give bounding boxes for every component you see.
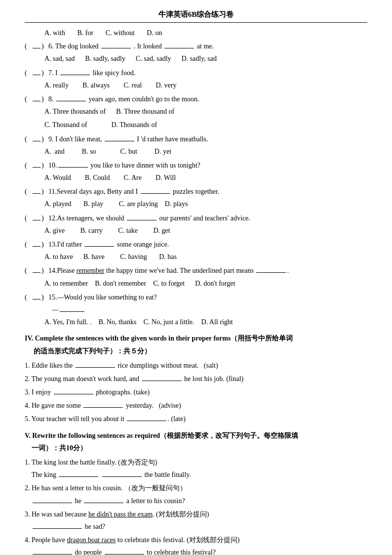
- fill-item-2: 2. The young man doesn't work hard, and …: [25, 373, 367, 385]
- rewrite-4: 4. People have dragon boat races to cele…: [25, 534, 367, 555]
- section-4-title: IV. Complete the sentences with the give…: [25, 332, 367, 357]
- question-12: () 12.As teenagers, we should our parent…: [25, 212, 367, 237]
- fill-item-4: 4. He gave me some yesterday. (advise): [25, 399, 367, 412]
- page-title: 牛津英语6B综合练习卷: [25, 10, 367, 23]
- question-8: () 8. years ago, men couldn't go to the …: [25, 93, 367, 131]
- rewrite-1: 1. The king lost the battle finally. (改为…: [25, 456, 367, 481]
- section-5-title: V. Rewrite the following sentences as re…: [25, 429, 367, 454]
- question-14: () 14.Please remember the happy time we'…: [25, 264, 367, 289]
- prev-options: A. with B. for C. without D. on: [44, 27, 367, 39]
- question-13: () 13.I'd rather some orange juice. A. t…: [25, 238, 367, 263]
- question-6: () 6. The dog looked . It looked at me. …: [25, 40, 367, 65]
- fill-item-5: 5. Your teacher will tell you about it .…: [25, 413, 367, 425]
- fill-item-3: 3. I enjoy photographs. (take): [25, 386, 367, 398]
- fill-item-1: 1. Eddie likes the rice dumplings withou…: [25, 359, 367, 372]
- question-11: () 11.Several days ago, Betty and I puzz…: [25, 185, 367, 210]
- question-9: () 9. I don't like meat, I 'd rather hav…: [25, 133, 367, 158]
- rewrite-2: 2. He has sent a letter to his cousin. （…: [25, 482, 367, 507]
- rewrite-3: 3. He was sad because he didn't pass the…: [25, 508, 367, 533]
- question-15: () 15.—Would you like something to eat? …: [25, 291, 367, 329]
- question-7: () 7. I like spicy food. A. really B. al…: [25, 67, 367, 91]
- question-10: () 10. you like to have dinner with us t…: [25, 159, 367, 184]
